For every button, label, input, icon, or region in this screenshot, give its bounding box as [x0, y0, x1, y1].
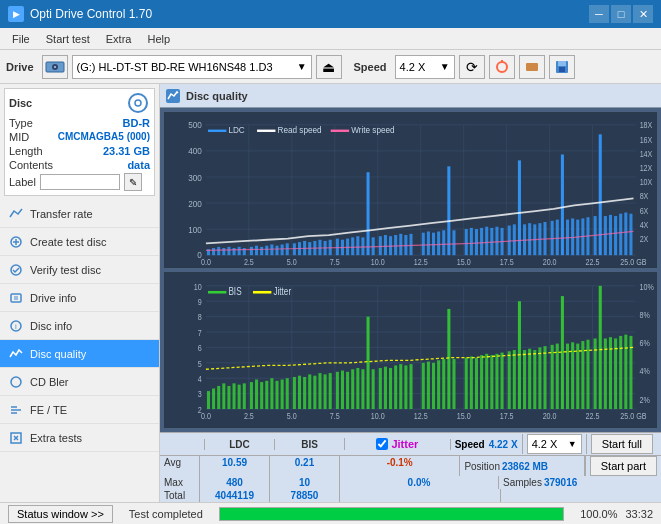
- minimize-button[interactable]: ─: [589, 5, 609, 23]
- jitter-label: Jitter: [391, 438, 418, 450]
- sidebar-item-create-test-disc[interactable]: Create test disc: [0, 228, 159, 256]
- svg-text:4: 4: [198, 374, 202, 384]
- svg-rect-245: [475, 358, 478, 409]
- svg-rect-98: [361, 237, 364, 255]
- stats-total-pos-empty: [501, 489, 661, 502]
- speed-info-header: Speed 4.22 X: [450, 439, 522, 450]
- stats-jitter-check[interactable]: Jitter: [344, 438, 450, 450]
- svg-rect-123: [508, 226, 511, 256]
- status-text: Test completed: [129, 508, 203, 520]
- speed-value: 4.2 X: [400, 61, 426, 73]
- svg-text:3: 3: [198, 390, 202, 400]
- svg-rect-233: [399, 364, 402, 409]
- save-button[interactable]: [549, 55, 575, 79]
- window-controls: ─ □ ✕: [589, 5, 653, 23]
- speed-selector[interactable]: 4.2 X ▼: [395, 55, 455, 79]
- svg-rect-97: [356, 236, 359, 255]
- sidebar-item-disc-info[interactable]: i Disc info: [0, 312, 159, 340]
- svg-rect-277: [253, 291, 271, 294]
- status-window-button[interactable]: Status window >>: [8, 505, 113, 523]
- svg-rect-105: [399, 234, 402, 255]
- maximize-button[interactable]: □: [611, 5, 631, 23]
- svg-point-3: [497, 62, 507, 72]
- title-bar: ▶ Opti Drive Control 1.70 ─ □ ✕: [0, 0, 661, 28]
- svg-rect-149: [257, 130, 275, 132]
- jitter-checkbox[interactable]: [376, 438, 388, 450]
- settings-button1[interactable]: [489, 55, 515, 79]
- stats-total-label: Total: [160, 489, 200, 502]
- svg-rect-151: [331, 130, 349, 132]
- sidebar-item-verify-test-disc[interactable]: Verify test disc: [0, 256, 159, 284]
- svg-rect-146: [629, 214, 632, 255]
- sidebar-item-cd-bler[interactable]: CD Bler: [0, 368, 159, 396]
- start-part-button[interactable]: Start part: [590, 456, 657, 476]
- svg-rect-249: [495, 354, 498, 409]
- sidebar-item-drive-info[interactable]: Drive info: [0, 284, 159, 312]
- svg-rect-132: [556, 220, 559, 256]
- disc-label-btn[interactable]: ✎: [124, 173, 142, 191]
- svg-rect-127: [528, 223, 531, 255]
- drive-label: Drive: [6, 61, 34, 73]
- disc-label-input[interactable]: [40, 174, 120, 190]
- disc-type-label: Type: [9, 117, 33, 129]
- svg-text:20.0: 20.0: [543, 257, 557, 267]
- svg-rect-268: [599, 286, 602, 409]
- svg-rect-251: [508, 351, 511, 409]
- sidebar-item-transfer-rate[interactable]: Transfer rate: [0, 200, 159, 228]
- drive-info-icon: [8, 290, 24, 306]
- sidebar-item-disc-quality[interactable]: Disc quality: [0, 340, 159, 368]
- svg-text:5.0: 5.0: [287, 412, 297, 422]
- svg-rect-274: [629, 336, 632, 409]
- svg-point-20: [11, 377, 21, 387]
- sidebar-item-label-create-test-disc: Create test disc: [30, 236, 106, 248]
- svg-rect-202: [233, 383, 236, 409]
- svg-text:8X: 8X: [640, 192, 649, 202]
- svg-rect-204: [243, 383, 246, 409]
- svg-text:7: 7: [198, 328, 202, 338]
- menu-extra[interactable]: Extra: [98, 31, 140, 47]
- menu-start-test[interactable]: Start test: [38, 31, 98, 47]
- start-full-button[interactable]: Start full: [591, 434, 653, 454]
- svg-rect-230: [384, 367, 387, 409]
- menu-help[interactable]: Help: [139, 31, 178, 47]
- close-button[interactable]: ✕: [633, 5, 653, 23]
- sidebar-item-label-transfer-rate: Transfer rate: [30, 208, 93, 220]
- drive-value: (G:) HL-DT-ST BD-RE WH16NS48 1.D3: [77, 61, 297, 73]
- disc-length-row: Length 23.31 GB: [9, 145, 150, 157]
- sidebar-item-fe-te[interactable]: FE / TE: [0, 396, 159, 424]
- menu-file[interactable]: File: [4, 31, 38, 47]
- stats-avg-jitter: -0.1%: [340, 456, 460, 476]
- svg-rect-250: [501, 353, 504, 409]
- disc-label-row: Label ✎: [9, 173, 150, 191]
- svg-rect-121: [495, 227, 498, 255]
- svg-rect-220: [329, 373, 332, 409]
- app-icon: ▶: [8, 6, 24, 22]
- menu-bar: File Start test Extra Help: [0, 28, 661, 50]
- drive-selector[interactable]: (G:) HL-DT-ST BD-RE WH16NS48 1.D3 ▼: [72, 55, 312, 79]
- disc-panel: Disc Type BD-R MID CMCMAGBA5 (000) Lengt…: [4, 88, 155, 196]
- disc-mid-label: MID: [9, 131, 29, 143]
- svg-rect-197: [207, 391, 210, 409]
- stats-area: LDC BIS Jitter Speed 4.22 X 4.2 X ▼: [160, 432, 661, 502]
- eject-button[interactable]: ⏏: [316, 55, 342, 79]
- svg-rect-111: [437, 231, 440, 255]
- svg-rect-228: [372, 369, 375, 409]
- stats-avg-bis: 0.21: [270, 456, 340, 476]
- refresh-button[interactable]: ⟳: [459, 55, 485, 79]
- svg-rect-257: [538, 347, 541, 409]
- content-icon: [166, 89, 180, 103]
- sidebar-item-label-fe-te: FE / TE: [30, 404, 67, 416]
- svg-rect-131: [551, 221, 554, 255]
- sidebar-item-extra-tests[interactable]: Extra tests: [0, 424, 159, 452]
- svg-text:7.5: 7.5: [330, 257, 340, 267]
- svg-rect-247: [485, 354, 488, 409]
- svg-text:4X: 4X: [640, 220, 649, 230]
- progress-label: 100.0%: [580, 508, 617, 520]
- speed-dropdown-val: 4.2 X: [532, 438, 558, 450]
- svg-rect-79: [260, 247, 263, 255]
- speed-dropdown[interactable]: 4.2 X ▼: [527, 434, 582, 454]
- disc-label-label: Label: [9, 176, 36, 188]
- svg-rect-144: [619, 214, 622, 255]
- svg-rect-80: [265, 246, 268, 255]
- settings-button2[interactable]: [519, 55, 545, 79]
